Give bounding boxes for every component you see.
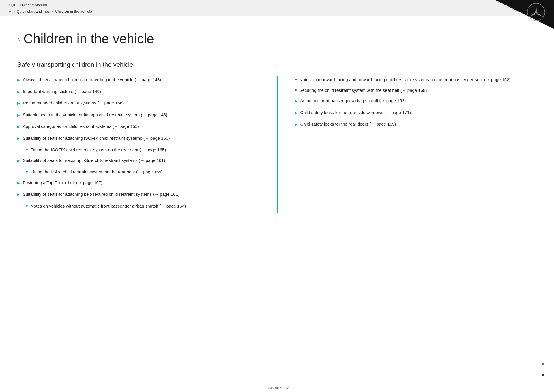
list-item: ▶ Suitability of seats for securing i-Si… [17, 157, 259, 164]
home-icon[interactable]: ⌂ [9, 9, 11, 14]
footer-code: F295 0075 02 [265, 386, 289, 390]
header: EQE - Owner's Manual ⌂ > Quick start and… [0, 0, 554, 16]
bullet-dot [295, 79, 297, 80]
section-title: Safely transporting children in the vehi… [17, 61, 537, 68]
bullet-dot [26, 171, 28, 173]
svg-marker-3 [537, 13, 544, 17]
rc-bullet-text[interactable]: Securing the child restraint system with… [300, 87, 537, 94]
list-item-text[interactable]: Suitable seats in the vehicle for fittin… [23, 112, 259, 118]
mercedes-star-icon [527, 3, 545, 21]
breadcrumb: ⌂ > Quick start and Tips > Children in t… [9, 9, 545, 14]
arrow-icon: ▶ [17, 77, 20, 83]
rc-bullet-text[interactable]: Notes on rearward-facing and forward-fac… [300, 76, 537, 83]
footer: F295 0075 02 [0, 380, 554, 392]
arrow-icon: ▶ [17, 180, 20, 186]
arrow-icon: ▶ [17, 89, 20, 94]
sub-item-text[interactable]: Notes on vehicles without automatic fron… [31, 203, 259, 210]
bullet-dot [26, 205, 28, 207]
rc-arrow-item: ▶ Child safety locks for the rear doors … [295, 121, 537, 128]
bullet-dot [26, 149, 28, 150]
main-content: ‹ Children in the vehicle Safely transpo… [0, 16, 554, 380]
list-item: ▶ Always observe when children are trave… [17, 76, 259, 83]
breadcrumb-sep-2: > [51, 10, 53, 13]
rc-bullet-item: Securing the child restraint system with… [295, 87, 537, 94]
rc-bullet-item: Notes on rearward-facing and forward-fac… [295, 76, 537, 83]
list-item-text[interactable]: Suitability of seats for attaching ISOFI… [23, 135, 259, 142]
list-item-text[interactable]: Approval categories for child restraint … [23, 123, 259, 130]
scroll-up-button[interactable]: ∧ [538, 359, 548, 369]
list-item: ▶ Suitability of seats for attaching bel… [17, 191, 259, 198]
arrow-icon: ▶ [295, 110, 297, 115]
back-chevron-icon[interactable]: ‹ [17, 34, 20, 43]
rc-arrow-text[interactable]: Child safety locks for the rear doors (→… [300, 121, 396, 128]
right-column: Notes on rearward-facing and forward-fac… [278, 76, 537, 213]
list-item: ▶ Fastening a Top Tether belt (→ page 16… [17, 180, 259, 186]
page-title-row: ‹ Children in the vehicle [17, 31, 537, 46]
list-item: ▶ Suitability of seats for attaching ISO… [17, 135, 259, 142]
arrow-icon: ▶ [295, 122, 297, 127]
sub-list-item: Fitting the i-Size child restraint syste… [26, 169, 259, 176]
rc-arrow-item: ▶ Child safety locks for the rear side w… [295, 109, 537, 116]
page-title: Children in the vehicle [23, 31, 154, 46]
list-item-text[interactable]: Important warning stickers (→ page 149) [23, 88, 259, 95]
arrow-icon: ▶ [17, 158, 20, 163]
svg-marker-2 [528, 13, 535, 17]
breadcrumb-link-1[interactable]: Quick start and Tips [17, 9, 50, 14]
left-column: ▶ Always observe when children are trave… [17, 76, 278, 213]
list-item: ▶ Suitable seats in the vehicle for fitt… [17, 112, 259, 118]
list-item-text[interactable]: Suitability of seats for securing i-Size… [23, 157, 259, 164]
breadcrumb-current: Children in the vehicle [55, 9, 92, 14]
breadcrumb-sep-1: > [13, 10, 15, 13]
arrow-icon: ▶ [295, 98, 297, 104]
svg-point-4 [535, 11, 538, 14]
sub-item-text[interactable]: Fitting the ISOFIX child restraint syste… [31, 147, 259, 153]
bookmark-button[interactable]: ⚑ [538, 370, 548, 380]
arrow-icon: ▶ [17, 124, 20, 129]
content-columns: ▶ Always observe when children are trave… [17, 76, 537, 213]
sub-item-text[interactable]: Fitting the i-Size child restraint syste… [31, 169, 259, 176]
sub-list-item: Fitting the ISOFIX child restraint syste… [26, 147, 259, 153]
rc-arrow-text[interactable]: Child safety locks for the rear side win… [300, 109, 411, 116]
rc-arrow-item: ▶ Automatic front passenger airbag shuto… [295, 98, 537, 104]
arrow-icon: ▶ [17, 192, 20, 197]
list-item-text[interactable]: Recommended child restraint systems (→ p… [23, 100, 259, 107]
list-item: ▶ Important warning stickers (→ page 149… [17, 88, 259, 95]
arrow-icon: ▶ [17, 113, 20, 118]
arrow-icon: ▶ [17, 101, 20, 106]
list-item-text[interactable]: Always observe when children are travell… [23, 76, 259, 83]
manual-title: EQE - Owner's Manual [9, 3, 545, 7]
sub-list-item: Notes on vehicles without automatic fron… [26, 203, 259, 210]
list-item: ▶ Approval categories for child restrain… [17, 123, 259, 130]
bullet-dot [295, 89, 297, 91]
arrow-icon: ▶ [17, 136, 20, 141]
list-item-text[interactable]: Fastening a Top Tether belt (→ page 167) [23, 180, 259, 186]
chevron-up-icon: ∧ [542, 361, 544, 366]
list-item-text[interactable]: Suitability of seats for attaching belt-… [23, 191, 259, 198]
rc-arrow-text[interactable]: Automatic front passenger airbag shutoff… [300, 98, 406, 104]
list-item: ▶ Recommended child restraint systems (→… [17, 100, 259, 107]
svg-marker-1 [536, 4, 537, 11]
bookmark-icon: ⚑ [541, 373, 545, 378]
